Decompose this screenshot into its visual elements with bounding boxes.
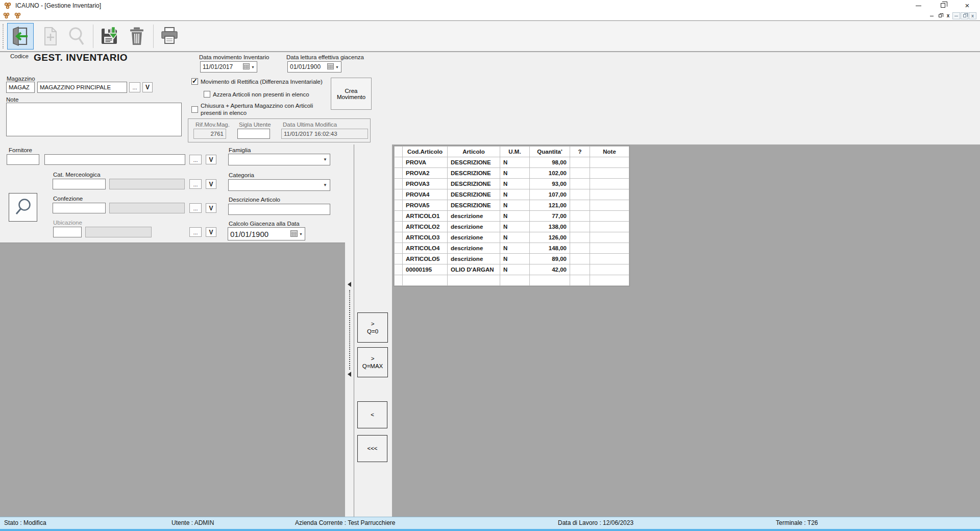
cat-merceologica-code-input[interactable] [53,179,106,189]
table-row[interactable] [395,275,629,286]
table-row[interactable]: ARTICOLO4descrizioneN148,00 [395,243,629,254]
cell[interactable] [590,168,629,179]
row-selector[interactable] [395,243,403,254]
cell[interactable]: descrizione [448,211,500,222]
cell[interactable]: ARTICOLO5 [403,254,448,264]
cell[interactable] [570,243,590,254]
cell[interactable] [590,179,629,189]
corner-cell[interactable] [395,147,403,157]
cell[interactable]: N [500,232,530,243]
column-header[interactable]: Cod.Articolo [403,147,448,157]
cell[interactable]: descrizione [448,254,500,264]
cell[interactable] [590,232,629,243]
filter-search-button[interactable] [9,193,37,222]
cell[interactable]: N [500,200,530,211]
cell[interactable]: descrizione [448,222,500,232]
mdi-minimize-button[interactable] [928,13,936,19]
cell[interactable]: 121,00 [530,200,570,211]
cell[interactable] [448,275,500,286]
column-header[interactable]: ? [570,147,590,157]
cell[interactable]: DESCRIZIONE [448,168,500,179]
magazzino-desc-input[interactable] [37,82,127,93]
row-selector[interactable] [395,157,403,168]
splitter-collapse-arrow-top[interactable] [348,282,351,287]
ubicazione-view-button[interactable]: V [206,227,216,237]
cell[interactable] [590,275,629,286]
cell[interactable] [570,232,590,243]
cell[interactable]: PROVA4 [403,189,448,200]
confezione-browse-button[interactable]: ... [189,203,202,213]
cell[interactable] [500,275,530,286]
splitter-collapse-arrow-bottom[interactable] [348,372,351,377]
cell[interactable]: OLIO D'ARGAN [448,264,500,275]
cell[interactable]: N [500,264,530,275]
cell[interactable]: 93,00 [530,179,570,189]
crea-movimento-button[interactable]: Crea Movimento [331,78,372,110]
cell[interactable] [570,200,590,211]
cell[interactable]: DESCRIZIONE [448,179,500,189]
cell[interactable]: PROVA2 [403,168,448,179]
chiusura-checkbox[interactable]: Chiusura + Apertura Magazzino con Artico… [191,102,317,117]
cell[interactable]: ARTICOLO3 [403,232,448,243]
confezione-code-input[interactable] [53,203,106,213]
fornitore-desc-input[interactable] [44,154,185,165]
move-all-qty-max-button[interactable]: > Q=MAX [357,347,388,377]
exit-button[interactable] [7,23,34,50]
azzera-checkbox[interactable]: Azzera Articoli non presenti in elenco [204,91,309,98]
data-lettura-field[interactable]: 01/01/1900 ▼ [287,61,341,73]
fornitore-browse-button[interactable]: ... [189,155,202,164]
remove-all-button[interactable]: <<< [357,435,387,462]
row-selector[interactable] [395,254,403,264]
column-header[interactable]: U.M. [500,147,530,157]
cell[interactable] [570,189,590,200]
column-header[interactable]: Articolo [448,147,500,157]
cell[interactable]: 148,00 [530,243,570,254]
famiglia-combobox[interactable]: ▼ [228,154,330,165]
row-selector[interactable] [395,275,403,286]
cell[interactable]: 00000195 [403,264,448,275]
cell[interactable]: N [500,243,530,254]
close-button[interactable]: × [959,0,976,11]
cell[interactable] [590,222,629,232]
mdi-minimize-button-2[interactable] [952,12,960,19]
table-row[interactable]: ARTICOLO1descrizioneN77,00 [395,211,629,222]
confezione-view-button[interactable]: V [206,203,216,213]
cell[interactable]: DESCRIZIONE [448,157,500,168]
move-all-qty-zero-button[interactable]: > Q=0 [357,312,388,343]
articles-table[interactable]: Cod.ArticoloArticoloU.M.Quantita'?Note P… [394,146,629,286]
delete-button[interactable] [124,23,150,50]
sigla-utente-field[interactable] [237,129,270,139]
magazzino-view-button[interactable]: V [142,82,153,92]
cell[interactable]: 98,00 [530,157,570,168]
cell[interactable] [570,275,590,286]
magazzino-code-input[interactable] [6,82,35,93]
table-row[interactable]: PROVA5DESCRIZIONEN121,00 [395,200,629,211]
row-selector[interactable] [395,232,403,243]
row-selector[interactable] [395,179,403,189]
table-row[interactable]: PROVA4DESCRIZIONEN107,00 [395,189,629,200]
cell[interactable] [590,157,629,168]
cell[interactable]: 107,00 [530,189,570,200]
magazzino-browse-button[interactable]: ... [129,82,140,92]
categoria-combobox[interactable]: ▼ [228,179,330,191]
cell[interactable]: 126,00 [530,232,570,243]
cell[interactable]: descrizione [448,232,500,243]
splitter-handle[interactable] [349,290,350,370]
cell[interactable] [570,157,590,168]
cell[interactable] [403,275,448,286]
cell[interactable]: PROVA [403,157,448,168]
row-selector[interactable] [395,264,403,275]
table-row[interactable]: PROVA3DESCRIZIONEN93,00 [395,179,629,189]
mdi-close-button[interactable]: x [944,13,952,19]
row-selector[interactable] [395,211,403,222]
table-row[interactable]: 00000195OLIO D'ARGANN42,00 [395,264,629,275]
app-menu-icon-1[interactable] [3,12,10,19]
cat-merceologica-browse-button[interactable]: ... [189,179,202,189]
print-button[interactable] [156,23,183,50]
column-header[interactable]: Note [590,147,629,157]
cell[interactable]: descrizione [448,243,500,254]
cell[interactable]: N [500,222,530,232]
mdi-close-button-2[interactable]: x [969,12,976,19]
cell[interactable] [570,222,590,232]
cell[interactable]: PROVA5 [403,200,448,211]
